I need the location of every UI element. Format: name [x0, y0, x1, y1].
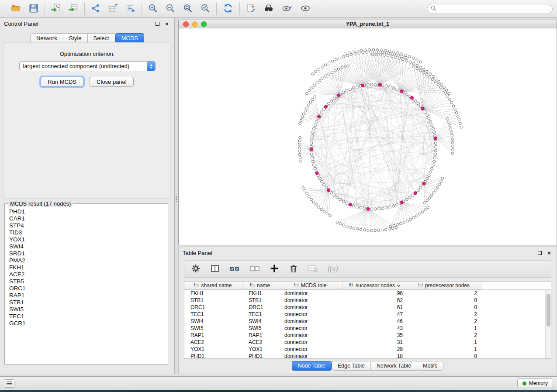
network-node[interactable] — [308, 104, 310, 107]
network-node[interactable] — [424, 209, 427, 211]
result-item[interactable]: FKH1 — [9, 264, 166, 271]
network-node[interactable] — [350, 53, 353, 56]
network-node[interactable] — [312, 164, 315, 166]
network-node[interactable] — [447, 92, 450, 95]
network-node[interactable] — [412, 57, 415, 60]
network-node[interactable] — [302, 113, 305, 115]
network-node[interactable] — [419, 213, 421, 215]
network-node[interactable] — [412, 65, 415, 68]
network-node[interactable] — [314, 96, 316, 98]
network-node[interactable] — [451, 138, 454, 141]
network-node[interactable] — [428, 174, 430, 177]
network-node[interactable] — [450, 101, 453, 104]
network-node[interactable] — [448, 121, 450, 124]
network-node[interactable] — [315, 70, 317, 73]
tab-network[interactable]: Network — [30, 33, 63, 43]
network-node[interactable] — [308, 89, 311, 92]
network-node[interactable] — [306, 193, 308, 195]
network-node[interactable] — [374, 208, 377, 210]
network-node[interactable] — [426, 199, 429, 202]
network-node[interactable] — [426, 114, 429, 117]
network-node[interactable] — [439, 86, 442, 89]
network-node[interactable] — [315, 203, 318, 206]
network-node[interactable] — [397, 52, 399, 54]
zoom-selected-button[interactable] — [200, 3, 211, 15]
network-node[interactable] — [346, 89, 348, 92]
network-node[interactable] — [342, 91, 345, 93]
window-minimize-button[interactable] — [192, 21, 198, 27]
network-node[interactable] — [417, 189, 419, 192]
network-node[interactable] — [391, 55, 393, 58]
network-node[interactable] — [370, 83, 373, 86]
network-node[interactable] — [330, 192, 333, 194]
network-node[interactable] — [363, 229, 366, 231]
network-node[interactable] — [444, 92, 447, 94]
network-node[interactable] — [449, 124, 451, 127]
mcds-node[interactable] — [422, 182, 426, 185]
network-node[interactable] — [405, 59, 408, 62]
network-node[interactable] — [436, 186, 439, 189]
network-node[interactable] — [336, 196, 339, 199]
task-menu-button[interactable] — [4, 379, 14, 388]
function-builder-button[interactable]: f(x) — [328, 265, 338, 273]
tab-select[interactable]: Select — [88, 33, 115, 43]
network-node[interactable] — [412, 62, 415, 65]
network-node[interactable] — [446, 95, 449, 97]
network-node[interactable] — [408, 196, 411, 199]
network-node[interactable] — [306, 92, 308, 95]
network-node[interactable] — [344, 65, 347, 68]
network-node[interactable] — [397, 54, 400, 57]
network-node[interactable] — [349, 226, 352, 229]
network-node[interactable] — [395, 203, 398, 206]
mcds-node[interactable] — [367, 207, 370, 210]
result-item[interactable]: GCR1 — [9, 320, 166, 327]
network-node[interactable] — [416, 59, 419, 62]
window-zoom-button[interactable] — [201, 21, 207, 27]
network-node[interactable] — [311, 157, 313, 159]
network-node[interactable] — [381, 84, 384, 86]
network-node[interactable] — [298, 150, 301, 152]
column-header-predecessor-nodes[interactable]: predecessor nodes — [407, 282, 481, 289]
network-node[interactable] — [326, 213, 329, 215]
search-network-button[interactable] — [263, 3, 275, 15]
network-node[interactable] — [399, 222, 402, 225]
network-node[interactable] — [363, 207, 366, 210]
network-node[interactable] — [322, 77, 324, 79]
network-node[interactable] — [433, 157, 436, 159]
network-node[interactable] — [306, 107, 308, 110]
network-node[interactable] — [391, 227, 394, 230]
network-node[interactable] — [451, 141, 454, 144]
network-node[interactable] — [312, 127, 315, 130]
network-node[interactable] — [298, 143, 301, 146]
table-row[interactable]: ORC1ORC1dominator610 — [184, 304, 545, 311]
tab-node-table[interactable]: Node Table — [292, 361, 332, 371]
network-node[interactable] — [441, 177, 444, 180]
network-node[interactable] — [320, 208, 323, 211]
network-node[interactable] — [346, 54, 349, 57]
network-node[interactable] — [437, 83, 439, 86]
result-item[interactable]: PHD1 — [9, 208, 166, 215]
network-node[interactable] — [409, 218, 412, 221]
network-node[interactable] — [419, 66, 422, 69]
mcds-node[interactable] — [410, 96, 413, 99]
network-node[interactable] — [415, 215, 418, 217]
network-node[interactable] — [346, 202, 348, 204]
network-node[interactable] — [389, 225, 392, 228]
criterion-dropdown[interactable]: largest connected component (undirected) — [19, 61, 156, 71]
network-node[interactable] — [427, 206, 429, 209]
network-node[interactable] — [333, 194, 336, 196]
result-item[interactable]: TEC1 — [9, 313, 166, 320]
network-node[interactable] — [321, 111, 323, 113]
close-panel-button[interactable]: × — [163, 20, 170, 27]
network-node[interactable] — [393, 51, 395, 53]
unselect-all-columns-button[interactable] — [249, 263, 260, 275]
network-node[interactable] — [389, 52, 392, 55]
network-node[interactable] — [406, 220, 408, 222]
network-node[interactable] — [356, 228, 359, 230]
network-node[interactable] — [394, 56, 397, 58]
network-node[interactable] — [367, 229, 369, 232]
network-node[interactable] — [346, 225, 349, 227]
network-node[interactable] — [375, 53, 378, 56]
mcds-node[interactable] — [414, 192, 417, 195]
network-node[interactable] — [392, 205, 395, 207]
